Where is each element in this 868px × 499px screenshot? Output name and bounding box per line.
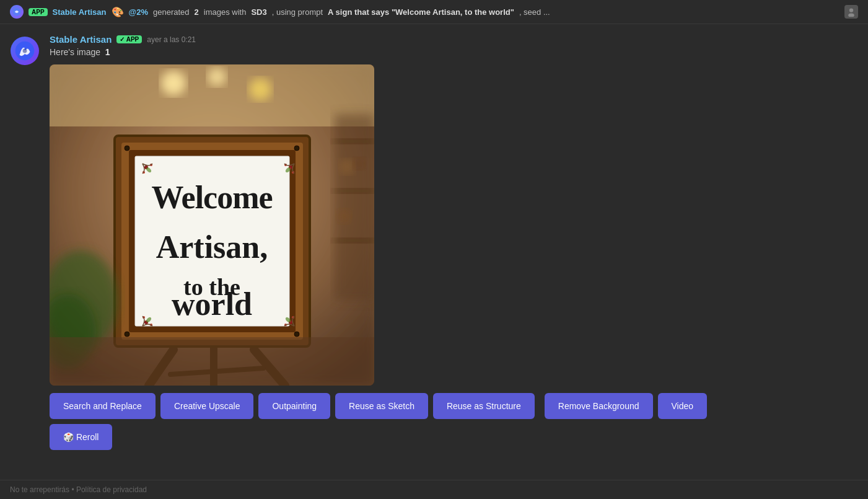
svg-point-9 <box>208 68 226 86</box>
seed-suffix: , seed ... <box>519 7 550 17</box>
generated-image-container: Welcome Artisan, to the world <box>50 64 374 386</box>
bot-name: Stable Artisan <box>50 34 112 45</box>
percent-badge: @2% <box>129 7 148 17</box>
svg-point-10 <box>249 78 271 100</box>
message-header: Stable Artisan ✓ APP ayer a las 0:21 <box>50 34 856 45</box>
svg-rect-47 <box>335 238 374 243</box>
reroll-button[interactable]: 🎲 Reroll <box>50 424 112 450</box>
svg-point-40 <box>125 146 129 151</box>
bot-avatar <box>11 37 39 65</box>
text-prefix: Here's image <box>50 47 100 57</box>
verified-badge: ✓ APP <box>116 35 142 43</box>
main-content: Stable Artisan ✓ APP ayer a las 0:21 Her… <box>0 24 868 460</box>
stable-artisan-icon <box>10 5 24 19</box>
model-label: SD3 <box>251 7 266 17</box>
svg-text:Artisan,: Artisan, <box>156 229 268 265</box>
svg-rect-53 <box>50 337 374 386</box>
svg-rect-45 <box>335 139 374 144</box>
image-number: 1 <box>105 47 110 57</box>
message-area: Stable Artisan ✓ APP ayer a las 0:21 Her… <box>50 34 868 450</box>
app-name-top: Stable Artisan <box>53 7 107 17</box>
video-button[interactable]: Video <box>658 393 708 419</box>
remove-background-button[interactable]: Remove Background <box>545 393 653 419</box>
bottom-bar: No te arrepentirás • Política de privaci… <box>0 480 868 499</box>
message-text: Here's image 1 <box>50 47 856 57</box>
generated-image: Welcome Artisan, to the world <box>50 64 374 386</box>
top-notification-bar: APP Stable Artisan 🎨 @2% generated 2 ima… <box>0 0 868 24</box>
svg-point-42 <box>125 332 129 337</box>
prompt-text: A sign that says "Welcome Artisan, to th… <box>328 7 514 17</box>
outpainting-button[interactable]: Outpainting <box>258 393 330 419</box>
svg-point-8 <box>161 71 186 95</box>
svg-point-41 <box>294 146 299 151</box>
sidebar <box>0 34 50 450</box>
svg-point-4 <box>23 49 27 53</box>
svg-point-49 <box>353 157 366 170</box>
palette-emoji-top: 🎨 <box>112 6 124 18</box>
svg-point-1 <box>849 8 853 12</box>
action-buttons: Search and Replace Creative Upscale Outp… <box>50 393 731 450</box>
search-replace-button[interactable]: Search and Replace <box>50 393 156 419</box>
images-label: images with <box>204 7 247 17</box>
app-badge-top: APP <box>28 8 48 16</box>
bottom-text: No te arrepentirás • Política de privaci… <box>10 485 147 494</box>
svg-point-2 <box>848 13 854 17</box>
svg-rect-46 <box>335 188 374 193</box>
user-avatar-top <box>844 5 858 19</box>
timestamp: ayer a las 0:21 <box>147 35 196 44</box>
using-prompt-label: , using prompt <box>272 7 323 17</box>
svg-text:world: world <box>172 286 252 322</box>
creative-upscale-button[interactable]: Creative Upscale <box>160 393 254 419</box>
svg-point-50 <box>337 210 351 223</box>
svg-point-43 <box>294 332 299 337</box>
images-count: 2 <box>195 7 199 17</box>
svg-point-48 <box>340 159 354 174</box>
svg-text:Welcome: Welcome <box>151 180 272 215</box>
reuse-sketch-button[interactable]: Reuse as Sketch <box>335 393 428 419</box>
reuse-structure-button[interactable]: Reuse as Structure <box>433 393 535 419</box>
generated-label: generated <box>153 7 190 17</box>
